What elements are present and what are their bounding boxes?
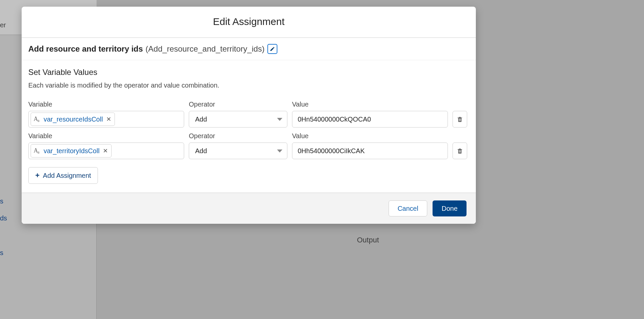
trash-icon [457,148,463,154]
remove-pill-button[interactable]: ✕ [106,116,111,123]
value-input[interactable]: 0Hn54000000CkQOCA0 [292,111,448,128]
operator-select[interactable]: Add [189,143,287,159]
variable-input[interactable]: A var_territoryIdsColl ✕ [28,143,184,159]
text-variable-icon: A [34,147,41,155]
element-name-bar: Add resource and territory ids (Add_reso… [22,38,476,60]
element-api-name: (Add_resource_and_territory_ids) [146,44,265,54]
variable-col-label: Variable [28,101,184,108]
chevron-down-icon [277,150,282,153]
done-button[interactable]: Done [433,200,467,216]
section-title: Set Variable Values [28,68,469,77]
bg-frag-er: er [0,21,6,29]
operator-value: Add [195,116,207,123]
edit-name-button[interactable] [267,44,277,54]
background-output-label: Output [357,236,379,244]
edit-assignment-modal: Edit Assignment Add resource and territo… [22,7,476,224]
value-text: 0Hn54000000CkQOCA0 [298,116,371,123]
bg-frag-ds: ds [0,214,7,222]
bg-frag-s2: s [0,249,3,257]
bg-frag-s1: s [0,197,3,205]
variable-col-label: Variable [28,132,184,140]
trash-icon [457,116,463,123]
text-variable-icon: A [34,116,41,123]
modal-title: Edit Assignment [28,16,469,27]
cancel-button[interactable]: Cancel [389,200,427,216]
operator-col-label: Operator [189,132,287,140]
assignment-row: Variable A var_resourceIdsColl ✕ Operato… [28,101,469,128]
assignment-row: Variable A var_territoryIdsColl ✕ Operat… [28,132,469,159]
delete-row-button[interactable] [453,143,467,159]
section-help: Each variable is modified by the operato… [28,82,469,89]
variable-pill: A var_territoryIdsColl ✕ [31,144,112,158]
chevron-down-icon [277,118,282,121]
delete-row-button[interactable] [453,111,467,128]
value-col-label: Value [292,132,448,140]
modal-body: Set Variable Values Each variable is mod… [22,60,476,192]
variable-pill: A var_resourceIdsColl ✕ [31,113,115,126]
add-assignment-label: Add Assignment [43,172,91,179]
value-text: 0Hh54000000CiIkCAK [298,147,365,155]
element-label: Add resource and territory ids [28,44,143,54]
add-assignment-button[interactable]: + Add Assignment [28,167,98,184]
pencil-icon [270,46,275,52]
value-input[interactable]: 0Hh54000000CiIkCAK [292,143,448,159]
variable-name: var_resourceIdsColl [44,116,103,123]
variable-name: var_territoryIdsColl [44,147,100,155]
operator-col-label: Operator [189,101,287,108]
modal-header: Edit Assignment [22,7,476,38]
modal-footer: Cancel Done [22,192,476,224]
operator-select[interactable]: Add [189,111,287,128]
plus-icon: + [35,171,40,180]
operator-value: Add [195,147,207,155]
remove-pill-button[interactable]: ✕ [103,147,108,155]
value-col-label: Value [292,101,448,108]
variable-input[interactable]: A var_resourceIdsColl ✕ [28,111,184,128]
